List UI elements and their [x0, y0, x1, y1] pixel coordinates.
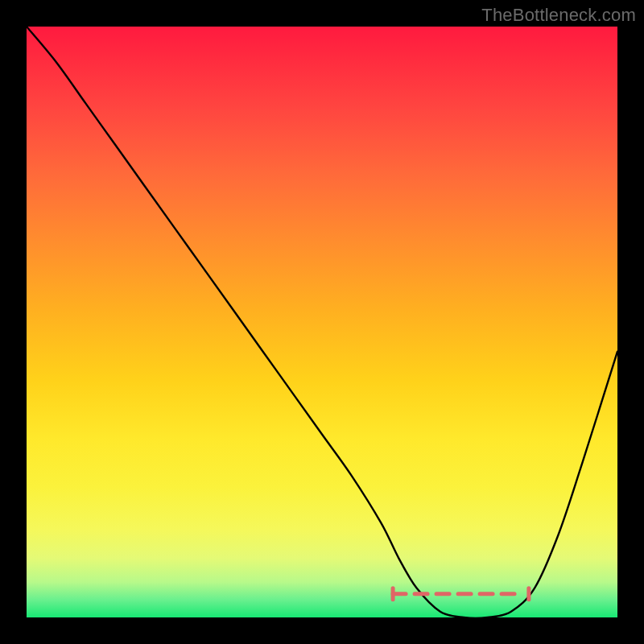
watermark-text: TheBottleneck.com	[481, 5, 636, 26]
dash-group	[393, 588, 529, 600]
optimal-range-dashes	[27, 27, 617, 617]
chart-plot-area	[27, 27, 617, 617]
